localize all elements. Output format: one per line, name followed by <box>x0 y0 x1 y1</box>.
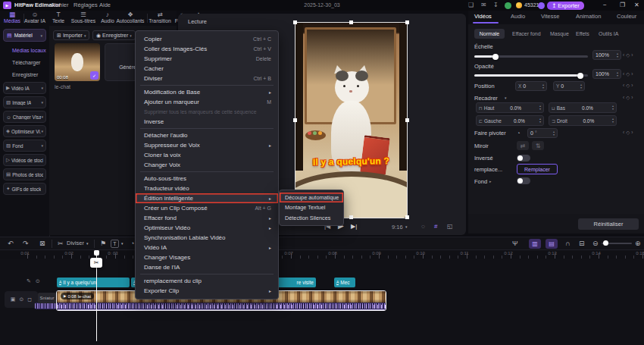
crop-keyframe-controls[interactable]: ‹◇› <box>623 95 634 101</box>
toolbar-item-transition[interactable]: ⇄Transition <box>148 11 171 24</box>
scale-keyframe-controls[interactable]: ‹◇› <box>623 52 634 58</box>
scale-slider-knob[interactable] <box>492 54 499 60</box>
eye-icon[interactable]: ⊙ <box>36 278 40 284</box>
divide-button[interactable]: Diviser <box>67 237 84 249</box>
undo-icon[interactable]: ↶ <box>8 237 14 249</box>
stepper-icon[interactable]: ▴▾ <box>578 83 582 89</box>
selection-handle[interactable] <box>405 118 409 122</box>
menu-item-remplacement-du-clip[interactable]: remplacement du clip <box>136 276 278 286</box>
menu-item-cacher[interactable]: Cacher <box>136 64 278 74</box>
selection-handle[interactable] <box>349 20 353 24</box>
text-tool-icon[interactable]: T <box>111 240 119 248</box>
toolbar-item-autocollants[interactable]: ❖Autocollants <box>116 11 144 24</box>
subtab-effets[interactable]: Effets <box>576 31 589 36</box>
record-button[interactable]: ◉ Enregistrer ▾ <box>92 30 136 40</box>
pencil-icon[interactable]: ✎ <box>27 278 31 284</box>
sidebar-item-image-ia[interactable]: ▧Image IA▾ <box>3 96 46 108</box>
snapshot-icon[interactable]: ◌ <box>421 223 425 230</box>
selection-handle[interactable] <box>405 215 409 219</box>
menu-item-inverse[interactable]: Inverse <box>136 117 278 127</box>
mirror-horizontal-button[interactable]: ⇄ <box>517 141 529 150</box>
subtab-outils-ia[interactable]: Outils IA <box>599 31 618 36</box>
menu-item-traducteur-video[interactable]: Traducteur vidéo <box>136 183 278 193</box>
sidebar-item-telecharger[interactable]: Télécharger <box>12 58 40 67</box>
position-x-field[interactable]: X0 ▴▾ <box>515 81 547 91</box>
timeline-zoom-knob[interactable] <box>603 240 608 246</box>
link-icon[interactable]: ⊟ <box>579 237 585 249</box>
sidebar-item-videos-de-stock[interactable]: ▷Vidéos de stock <box>3 154 46 166</box>
aspect-ratio-select[interactable]: 9:16 <box>392 224 403 231</box>
position-y-field[interactable]: Y0 ▴▾ <box>553 81 585 91</box>
crop-label[interactable]: Recadrer <box>474 95 498 102</box>
stepper-icon[interactable]: ▴▾ <box>540 83 544 89</box>
crop-left-field[interactable]: ⊏ Gauche 0.0% ▴▾ <box>476 115 544 126</box>
menu-item-changer-voix[interactable]: Changer Voix <box>136 160 278 170</box>
replace-button[interactable]: Remplacer <box>517 164 558 174</box>
marker-icon[interactable]: ⚑ <box>100 237 106 249</box>
sidebar-item-changer-visa[interactable]: ☺Changer Visa...▾ <box>3 111 46 123</box>
menu-item-detacher-l-audio[interactable]: Détacher l'audio <box>136 130 278 140</box>
restore-button[interactable]: ❐ <box>620 0 625 11</box>
stepper-icon[interactable]: ▴▾ <box>551 130 555 136</box>
menu-item-exporter-clip[interactable]: Exporter Clip▸ <box>136 286 278 296</box>
rotate-dial-icon[interactable]: ◔ <box>517 130 521 136</box>
close-button[interactable]: ✕ <box>634 0 639 11</box>
download-icon[interactable]: ↧ <box>493 0 499 11</box>
reset-button[interactable]: Réinitialiser <box>578 218 639 230</box>
menu-item-suppresseur-de-voix[interactable]: Suppresseur de Voix▸ <box>136 140 278 150</box>
menu-item-danse-de-l-ia[interactable]: Danse de l'IA <box>136 262 278 272</box>
sidebar-item-optimiseur-vi[interactable]: ◈Optimiseur Vi...▾ <box>3 125 46 137</box>
sidebar-item-materiel[interactable]: ▤Matériel▾ <box>3 29 46 42</box>
stepper-icon[interactable]: ▴▾ <box>537 118 541 123</box>
eye-icon[interactable]: ⊙ <box>19 296 23 303</box>
subtitle-segment[interactable]: A Mec <box>334 278 355 287</box>
wave-view-icon[interactable]: ▥ <box>529 239 541 249</box>
sidebar-item-fond[interactable]: ▨Fond▾ <box>3 140 46 152</box>
menu-item-copier[interactable]: CopierCtrl + C <box>136 34 278 44</box>
menu-item-creer-un-clip-compose[interactable]: Créer un Clip ComposéAlt + G <box>136 203 278 213</box>
player-tab[interactable]: Lecture <box>188 18 207 25</box>
menu-item-synchronisation-labiale-video[interactable]: Synchronisation Labiale Vidéo <box>136 233 278 243</box>
media-clip-thumbnail[interactable]: 00:08 ✓ <box>55 43 100 81</box>
crop-top-field[interactable]: ⊓ Haut 0.0% ▴▾ <box>476 102 544 113</box>
menu-item-ajouter-un-marqueur[interactable]: Ajouter un marqueurM <box>136 97 278 107</box>
stepper-icon[interactable]: ▴▾ <box>610 105 614 110</box>
playhead-scissors-badge[interactable]: ✂ <box>90 258 102 268</box>
opacity-slider-knob[interactable] <box>577 73 583 79</box>
feedback-icon[interactable]: ✉ <box>481 0 486 11</box>
submenu-item-montage-textuel[interactable]: Montage Textuel <box>280 202 343 212</box>
menu-item-effacer-fond[interactable]: Effacer fond▸ <box>136 213 278 223</box>
speed-icon[interactable]: ◔ <box>130 237 134 249</box>
clip-stub[interactable]: Sniatur <box>38 293 56 303</box>
lock-icon[interactable]: ◻ <box>27 296 32 303</box>
tab-audio[interactable]: Audio <box>511 13 525 20</box>
menu-item-video-ia[interactable]: Vidéo IA▸ <box>136 243 278 252</box>
minimize-button[interactable]: − <box>603 0 607 11</box>
scissors-icon[interactable]: ✂ <box>58 237 64 249</box>
toolbar-item-sous-titres[interactable]: ☰Sous-titres <box>71 11 95 24</box>
stepper-icon[interactable]: ▴▾ <box>610 118 614 123</box>
thumbnail-view-icon[interactable]: ▤ <box>546 239 558 249</box>
rotate-value-field[interactable]: 0 ° ▴▾ <box>527 128 558 138</box>
crop-bottom-field[interactable]: ⊔ Bas 0.0% ▴▾ <box>549 102 617 113</box>
tab-vitesse[interactable]: Vitesse <box>541 13 559 20</box>
opacity-keyframe-controls[interactable]: ‹◇› <box>623 71 634 77</box>
fullscreen-icon[interactable]: ◱ <box>447 223 453 230</box>
toolbar-item-medias[interactable]: ▦Médias <box>4 11 20 24</box>
menu-fichier[interactable]: Fichier <box>52 0 69 11</box>
audio-clip-stub[interactable] <box>35 303 56 309</box>
video-canvas[interactable]: Il y a quelqu'un ? <box>295 23 407 218</box>
menu-item-changer-visages[interactable]: Changer Visages <box>136 252 278 262</box>
subtab-normale[interactable]: Normale <box>474 29 505 39</box>
selection-handle[interactable] <box>405 20 409 24</box>
device-icon[interactable]: ❏ <box>468 0 474 11</box>
user-avatar-purple[interactable] <box>538 2 545 9</box>
position-keyframe-controls[interactable]: ‹◇› <box>623 83 634 89</box>
submenu-item-detection-silences[interactable]: Détection Silences <box>280 213 343 223</box>
tab-animation[interactable]: Animation <box>576 13 601 20</box>
menu-aide[interactable]: Aide <box>99 0 111 11</box>
menu-item-supprimer[interactable]: SupprimerDelete <box>136 54 278 64</box>
inverse-toggle[interactable] <box>517 155 530 162</box>
stepper-icon[interactable]: ▴▾ <box>614 52 618 58</box>
zoom-out-icon[interactable]: ⊖ <box>592 237 599 249</box>
